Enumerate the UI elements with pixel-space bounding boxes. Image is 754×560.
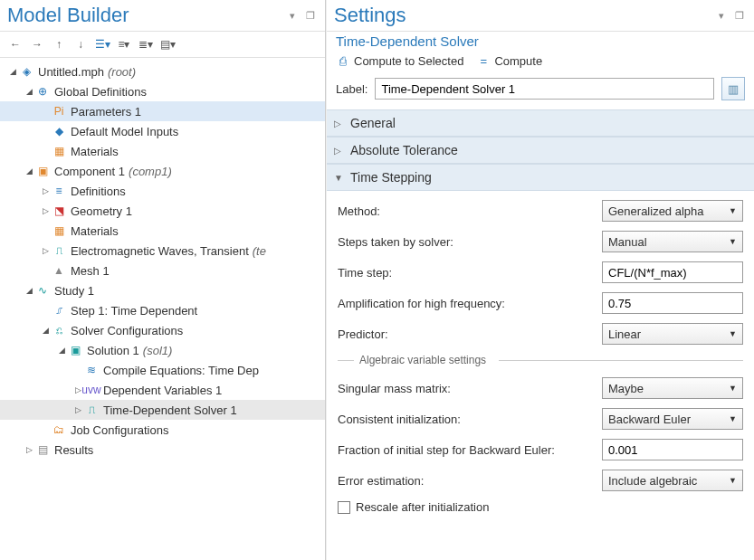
- expander-icon[interactable]: ▷: [40, 206, 51, 215]
- show-more-button[interactable]: ☰▾: [92, 35, 112, 53]
- section-general[interactable]: ▷ General: [327, 109, 754, 137]
- materials-icon: ▦: [51, 223, 67, 238]
- settings-subtitle: Time-Dependent Solver: [336, 32, 745, 52]
- section-time-stepping[interactable]: ▼ Time Stepping: [327, 164, 754, 191]
- tree-solution[interactable]: ◢ ▣ Solution 1 (sol1): [0, 340, 325, 360]
- consistent-label: Consistent initialization:: [338, 413, 461, 426]
- dropdown-arrow-icon: ▼: [729, 206, 737, 215]
- solution-icon: ▣: [67, 343, 83, 357]
- compute-button[interactable]: = Compute: [476, 54, 542, 68]
- component-icon: ▣: [34, 164, 51, 178]
- method-label: Method:: [338, 204, 380, 218]
- expander-icon[interactable]: ◢: [56, 346, 67, 355]
- rescale-label: Rescale after initialization: [356, 500, 489, 514]
- inputs-icon: ◆: [51, 124, 67, 138]
- section-abs-tolerance[interactable]: ▷ Absolute Tolerance: [327, 137, 754, 164]
- expander-icon[interactable]: ▷: [72, 405, 83, 414]
- error-est-label: Error estimation:: [338, 474, 424, 488]
- tree-td-solver[interactable]: ▷ ⎍ Time-Dependent Solver 1: [0, 400, 325, 420]
- expander-icon[interactable]: ▷: [40, 186, 51, 195]
- time-step-input[interactable]: [602, 261, 743, 283]
- nav-up-button[interactable]: ↑: [49, 35, 69, 53]
- model-tree[interactable]: ◢ ◈ Untitled.mph (root) ◢ ⊕ Global Defin…: [0, 58, 325, 560]
- dropdown-arrow-icon: ▼: [729, 237, 737, 246]
- amp-input[interactable]: [602, 292, 743, 314]
- compute-to-selected-button[interactable]: ⎙ Compute to Selected: [336, 54, 463, 68]
- geometry-icon: ⬔: [51, 204, 67, 218]
- label-row: Label: ▥: [336, 77, 745, 100]
- tree-results[interactable]: ▷ ▤ Results: [0, 440, 325, 460]
- settings-title: Settings: [334, 4, 406, 27]
- solver-config-icon: ⎌: [51, 323, 67, 337]
- singular-label: Singular mass matrix:: [338, 382, 451, 395]
- tree-component[interactable]: ◢ ▣ Component 1 (comp1): [0, 161, 325, 181]
- panel-menu-icon[interactable]: ▾: [714, 8, 729, 23]
- consistent-select[interactable]: Backward Euler▼: [602, 408, 743, 430]
- model-builder-toolbar: ← → ↑ ↓ ☰▾ ≡▾ ≣▾ ▤▾: [0, 32, 325, 58]
- dropdown-arrow-icon: ▼: [729, 384, 737, 393]
- results-icon: ▤: [34, 442, 51, 457]
- physics-icon: ⎍: [51, 243, 67, 258]
- label-field-label: Label:: [336, 82, 367, 96]
- panel-menu-icon[interactable]: ▾: [285, 8, 300, 23]
- definitions-icon: ≡: [51, 184, 67, 198]
- dropdown-arrow-icon: ▼: [729, 476, 737, 485]
- model-builder-title: Model Builder: [7, 4, 129, 27]
- fraction-input[interactable]: [602, 439, 743, 460]
- panel-detach-icon[interactable]: ❐: [303, 8, 318, 23]
- rescale-row: Rescale after initialization: [338, 500, 743, 514]
- singular-select[interactable]: Maybe▼: [602, 377, 743, 399]
- chevron-right-icon: ▷: [334, 119, 343, 128]
- tree-materials-global[interactable]: ▦ Materials: [0, 141, 325, 161]
- tree-options-button[interactable]: ▤▾: [157, 35, 177, 53]
- dropdown-arrow-icon: ▼: [729, 329, 737, 338]
- expander-icon[interactable]: ◢: [40, 326, 51, 335]
- expander-icon[interactable]: ◢: [7, 67, 18, 76]
- predictor-select[interactable]: Linear▼: [602, 323, 743, 345]
- steps-label: Steps taken by solver:: [338, 235, 453, 249]
- create-selection-button[interactable]: ▥: [721, 77, 745, 100]
- chevron-down-icon: ▼: [334, 173, 343, 183]
- steps-select[interactable]: Manual▼: [602, 231, 743, 252]
- time-step-label: Time step:: [338, 266, 392, 280]
- panel-detach-icon[interactable]: ❐: [732, 8, 747, 23]
- tree-materials-comp[interactable]: ▦ Materials: [0, 221, 325, 241]
- nav-forward-button[interactable]: →: [27, 35, 47, 53]
- variables-icon: uvw: [83, 383, 100, 397]
- tree-emw[interactable]: ▷ ⎍ Electromagnetic Waves, Transient (te: [0, 241, 325, 261]
- tree-geometry[interactable]: ▷ ⬔ Geometry 1: [0, 201, 325, 221]
- tree-step1[interactable]: ⎎ Step 1: Time Dependent: [0, 300, 325, 320]
- expander-icon[interactable]: ▷: [24, 445, 34, 454]
- mesh-icon: ▲: [51, 263, 67, 278]
- expander-icon[interactable]: ◢: [24, 166, 34, 176]
- tree-mesh[interactable]: ▲ Mesh 1: [0, 261, 325, 280]
- globe-icon: ⊕: [34, 84, 51, 99]
- nav-down-button[interactable]: ↓: [71, 35, 91, 53]
- tree-model-inputs[interactable]: ◆ Default Model Inputs: [0, 121, 325, 141]
- job-icon: 🗂: [51, 422, 67, 437]
- tree-global-definitions[interactable]: ◢ ⊕ Global Definitions: [0, 81, 325, 101]
- expander-icon[interactable]: ◢: [24, 87, 34, 96]
- tree-compile-eq[interactable]: ≋ Compile Equations: Time Dep: [0, 360, 325, 380]
- tree-parameters[interactable]: Pi Parameters 1: [0, 101, 325, 121]
- cube-icon: ▥: [728, 82, 739, 96]
- collapse-button[interactable]: ≡▾: [114, 35, 134, 53]
- tree-job-configs[interactable]: 🗂 Job Configurations: [0, 420, 325, 440]
- expander-icon[interactable]: ▷: [40, 246, 51, 255]
- time-stepping-body: Method: Generalized alpha▼ Steps taken b…: [336, 191, 745, 525]
- tree-dep-vars[interactable]: ▷ uvw Dependent Variables 1: [0, 380, 325, 400]
- label-input[interactable]: [375, 78, 714, 100]
- rescale-checkbox[interactable]: [338, 501, 350, 514]
- amp-label: Amplification for high frequency:: [338, 297, 505, 310]
- tree-root[interactable]: ◢ ◈ Untitled.mph (root): [0, 62, 325, 81]
- materials-icon: ▦: [51, 144, 67, 158]
- nav-back-button[interactable]: ←: [5, 35, 25, 53]
- expand-button[interactable]: ≣▾: [136, 35, 156, 53]
- tree-study[interactable]: ◢ ∿ Study 1: [0, 280, 325, 300]
- algebraic-subsection: Algebraic variable settings: [338, 354, 743, 366]
- tree-solver-configs[interactable]: ◢ ⎌ Solver Configurations: [0, 320, 325, 340]
- tree-definitions[interactable]: ▷ ≡ Definitions: [0, 181, 325, 201]
- expander-icon[interactable]: ◢: [24, 286, 34, 295]
- method-select[interactable]: Generalized alpha▼: [602, 200, 743, 222]
- error-est-select[interactable]: Include algebraic▼: [602, 470, 743, 491]
